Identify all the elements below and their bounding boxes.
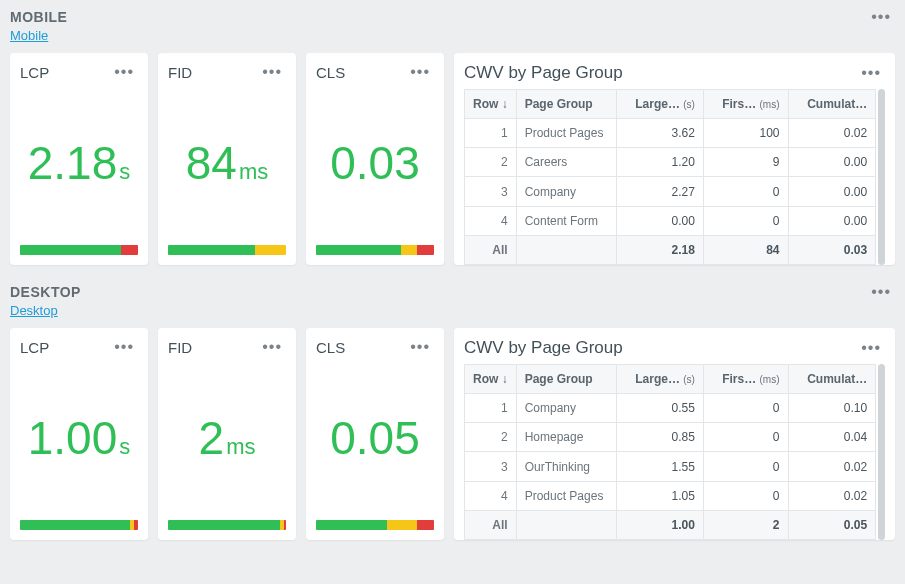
table-row-all[interactable]: All1.0020.05 xyxy=(465,510,876,539)
table-row-all[interactable]: All2.18840.03 xyxy=(465,235,876,264)
sort-arrow-down-icon: ↓ xyxy=(502,97,508,111)
scrollbar[interactable] xyxy=(878,89,885,265)
more-icon[interactable]: ••• xyxy=(857,64,885,82)
table-header[interactable]: Firs… (ms) xyxy=(703,90,788,119)
more-icon[interactable]: ••• xyxy=(406,63,434,81)
table-header[interactable]: Row ↓ xyxy=(465,365,517,394)
more-icon[interactable]: ••• xyxy=(110,338,138,356)
metric-title: FID xyxy=(168,64,192,81)
table-title: CWV by Page Group xyxy=(464,63,623,83)
table-card-cwv: CWV by Page Group•••Row ↓Page GroupLarge… xyxy=(454,328,895,540)
table-header[interactable]: Row ↓ xyxy=(465,90,517,119)
table-header[interactable]: Large… (s) xyxy=(616,365,703,394)
metric-value: 0.03 xyxy=(330,136,420,190)
table-header[interactable]: Cumulat… xyxy=(788,365,876,394)
metric-card-lcp[interactable]: LCP•••1.00s xyxy=(10,328,148,540)
table-row[interactable]: 2Homepage0.8500.04 xyxy=(465,423,876,452)
metric-card-fid[interactable]: FID•••84ms xyxy=(158,53,296,265)
table-row[interactable]: 3OurThinking1.5500.02 xyxy=(465,452,876,481)
metric-value: 0.05 xyxy=(330,411,420,465)
section-title: MOBILE xyxy=(10,9,67,25)
metric-title: LCP xyxy=(20,64,49,81)
section-link-mobile[interactable]: Mobile xyxy=(0,26,58,49)
metric-value: 1.00s xyxy=(28,411,131,465)
cwv-table: Row ↓Page GroupLarge… (s)Firs… (ms)Cumul… xyxy=(464,89,876,265)
metric-card-cls[interactable]: CLS•••0.03 xyxy=(306,53,444,265)
metric-card-fid[interactable]: FID•••2ms xyxy=(158,328,296,540)
distribution-bar xyxy=(20,520,138,530)
more-icon[interactable]: ••• xyxy=(258,338,286,356)
scrollbar[interactable] xyxy=(878,364,885,540)
metric-card-lcp[interactable]: LCP•••2.18s xyxy=(10,53,148,265)
distribution-bar xyxy=(168,520,286,530)
more-icon[interactable]: ••• xyxy=(406,338,434,356)
metric-title: CLS xyxy=(316,339,345,356)
distribution-bar xyxy=(316,520,434,530)
distribution-bar xyxy=(316,245,434,255)
table-row[interactable]: 1Company0.5500.10 xyxy=(465,394,876,423)
metric-value: 2ms xyxy=(199,411,256,465)
more-icon[interactable]: ••• xyxy=(867,283,895,301)
table-card-cwv: CWV by Page Group•••Row ↓Page GroupLarge… xyxy=(454,53,895,265)
section-title: DESKTOP xyxy=(10,284,81,300)
metric-card-cls[interactable]: CLS•••0.05 xyxy=(306,328,444,540)
metric-title: FID xyxy=(168,339,192,356)
table-title: CWV by Page Group xyxy=(464,338,623,358)
more-icon[interactable]: ••• xyxy=(110,63,138,81)
metric-title: CLS xyxy=(316,64,345,81)
table-header[interactable]: Cumulat… xyxy=(788,90,876,119)
distribution-bar xyxy=(20,245,138,255)
table-row[interactable]: 3Company2.2700.00 xyxy=(465,177,876,206)
dashboard-row-mobile: LCP•••2.18sFID•••84msCLS•••0.03CWV by Pa… xyxy=(0,49,905,275)
distribution-bar xyxy=(168,245,286,255)
more-icon[interactable]: ••• xyxy=(857,339,885,357)
metric-value: 2.18s xyxy=(28,136,131,190)
section-link-desktop[interactable]: Desktop xyxy=(0,301,68,324)
sort-arrow-down-icon: ↓ xyxy=(502,372,508,386)
metric-value: 84ms xyxy=(186,136,269,190)
more-icon[interactable]: ••• xyxy=(258,63,286,81)
table-row[interactable]: 1Product Pages3.621000.02 xyxy=(465,119,876,148)
table-header[interactable]: Large… (s) xyxy=(616,90,703,119)
table-row[interactable]: 4Content Form0.0000.00 xyxy=(465,206,876,235)
table-header[interactable]: Page Group xyxy=(516,90,616,119)
metric-title: LCP xyxy=(20,339,49,356)
table-row[interactable]: 2Careers1.2090.00 xyxy=(465,148,876,177)
table-row[interactable]: 4Product Pages1.0500.02 xyxy=(465,481,876,510)
more-icon[interactable]: ••• xyxy=(867,8,895,26)
section-header-mobile: MOBILE••• xyxy=(0,0,905,26)
table-header[interactable]: Firs… (ms) xyxy=(703,365,788,394)
section-header-desktop: DESKTOP••• xyxy=(0,275,905,301)
dashboard-row-desktop: LCP•••1.00sFID•••2msCLS•••0.05CWV by Pag… xyxy=(0,324,905,550)
table-header[interactable]: Page Group xyxy=(516,365,616,394)
cwv-table: Row ↓Page GroupLarge… (s)Firs… (ms)Cumul… xyxy=(464,364,876,540)
